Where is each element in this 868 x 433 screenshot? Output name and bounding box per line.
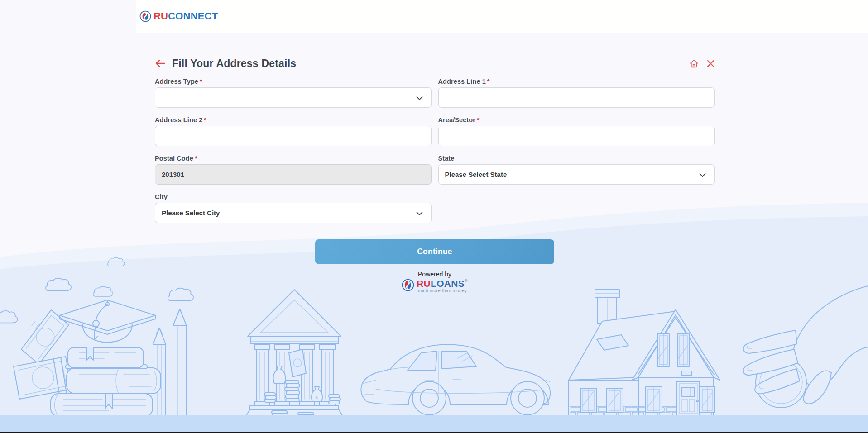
ruloans-tagline: much more than money: [417, 289, 468, 293]
chevron-down-icon: [416, 94, 423, 101]
chevron-down-icon: [416, 209, 423, 217]
page-title: Fill Your Address Details: [172, 57, 296, 70]
state-select[interactable]: Please Select State: [438, 164, 715, 185]
address-line1-input[interactable]: [445, 88, 708, 107]
address-type-label: Address Type*: [155, 77, 432, 86]
address-form-panel: Fill Your Address Details Address Type* …: [136, 33, 734, 293]
top-navbar: RUCONNECT: [136, 0, 868, 33]
ruloans-logo-text: RULOANS® much more than money: [417, 279, 468, 293]
postal-code-input: [162, 165, 425, 184]
address-line2-label: Address Line 2*: [155, 116, 432, 124]
address-line2-input[interactable]: [162, 126, 425, 146]
close-icon: [707, 60, 715, 67]
field-postal-code: Postal Code*: [155, 154, 432, 185]
ground-strip: [0, 415, 868, 432]
powered-by-label: Powered by: [155, 271, 715, 278]
required-asterisk: *: [195, 155, 197, 162]
title-row: Fill Your Address Details: [155, 57, 715, 69]
continue-button[interactable]: Continue: [315, 239, 554, 264]
ruconnect-logo-icon: [139, 10, 151, 22]
area-sector-label: Area/Sector*: [438, 116, 715, 124]
ruloans-logo-icon: [402, 279, 414, 291]
state-value: Please Select State: [445, 171, 507, 178]
svg-text:$: $: [315, 395, 318, 400]
field-city: City Please Select City: [155, 193, 432, 223]
postal-code-label: Postal Code*: [155, 154, 432, 163]
city-value: Please Select City: [162, 209, 220, 217]
ruconnect-logo-text: RUCONNECT: [153, 10, 218, 22]
home-icon: [689, 59, 699, 68]
field-state: State Please Select State: [438, 154, 715, 185]
back-button[interactable]: [155, 59, 166, 67]
city-select[interactable]: Please Select City: [155, 203, 432, 223]
actions-row: Continue: [155, 239, 715, 264]
required-asterisk: *: [487, 78, 490, 85]
field-address-line1: Address Line 1*: [438, 77, 715, 108]
field-area-sector: Area/Sector*: [438, 116, 715, 146]
close-button[interactable]: [707, 60, 715, 67]
chevron-down-icon: [699, 171, 706, 178]
header-divider: [136, 33, 734, 33]
required-asterisk: *: [200, 78, 202, 85]
state-label: State: [438, 154, 715, 163]
address-line1-label: Address Line 1*: [438, 77, 715, 86]
address-type-select[interactable]: [155, 87, 432, 108]
arrow-left-icon: [155, 59, 166, 67]
ruconnect-logo: RUCONNECT: [136, 10, 218, 22]
required-asterisk: *: [477, 116, 480, 124]
home-button[interactable]: [689, 59, 699, 68]
field-address-type: Address Type*: [155, 77, 432, 108]
area-sector-input[interactable]: [445, 126, 708, 146]
address-form: Address Type* Address Line 1* Address Li…: [155, 69, 715, 223]
field-address-line2: Address Line 2*: [155, 116, 432, 146]
city-label: City: [155, 193, 432, 201]
powered-by-block: Powered by RULOANS® much more than money: [155, 271, 715, 293]
ruloans-logo: RULOANS® much more than money: [155, 279, 715, 293]
required-asterisk: *: [204, 116, 206, 124]
